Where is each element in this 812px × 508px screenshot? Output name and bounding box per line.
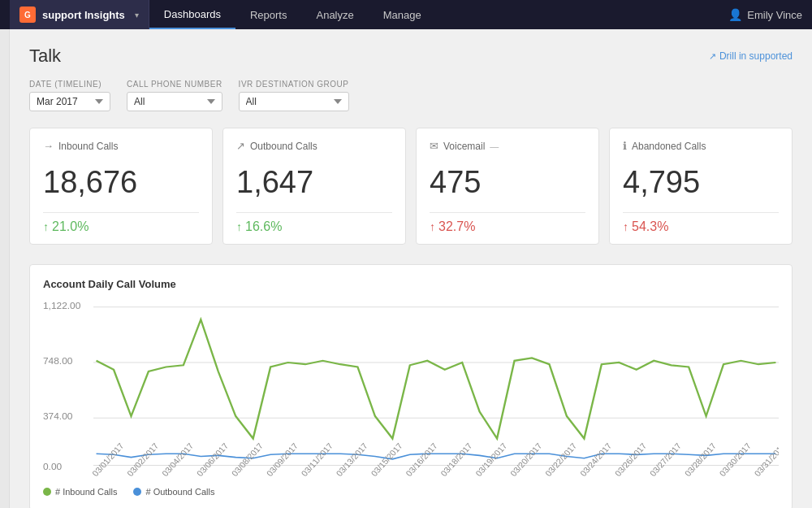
- outbound-calls-value: 1,647: [236, 158, 392, 206]
- kpi-cards: → Inbound Calls 18,676 ↑ 21.0% ↗ Outboun…: [29, 128, 793, 245]
- kpi-card-outbound: ↗ Outbound Calls 1,647 ↑ 16.6%: [222, 128, 406, 245]
- ivr-filter-label: IVR DESTINATION GROUP: [239, 80, 349, 89]
- kpi-header-outbound: ↗ Outbound Calls: [236, 140, 392, 152]
- nav-item-reports[interactable]: Reports: [235, 0, 302, 29]
- x-label-7: 03/11/2017: [300, 441, 335, 478]
- x-label-19: 03/30/2017: [718, 441, 753, 478]
- nav-item-analyze[interactable]: Analyze: [301, 0, 368, 29]
- inbound-calls-icon: →: [43, 140, 54, 152]
- x-label-2: 03/02/2017: [125, 441, 160, 478]
- voicemail-change: ↑ 32.7%: [430, 212, 585, 234]
- x-label-11: 03/18/2017: [439, 441, 474, 478]
- brand-logo: G: [19, 7, 36, 23]
- chart-area: 1,122.00 748.00 374.00 0.00 03/01/2017: [43, 300, 779, 479]
- brand-area[interactable]: G support Insights ▾: [10, 0, 149, 29]
- voicemail-arrow-icon: ↑: [430, 220, 435, 233]
- date-filter-select[interactable]: Mar 2017: [29, 92, 110, 111]
- legend-inbound-label: # Inbound Calls: [55, 487, 117, 497]
- drill-in-link[interactable]: ↗ Drill in supported: [709, 50, 793, 62]
- date-filter-group: DATE (TIMELINE) Mar 2017: [29, 80, 110, 111]
- voicemail-tooltip-icon: —: [490, 141, 499, 151]
- ivr-filter-select[interactable]: All: [239, 92, 349, 111]
- voicemail-icon: ✉: [430, 140, 438, 152]
- legend-outbound-dot: [133, 488, 141, 496]
- phone-filter-label: CALL PHONE NUMBER: [127, 80, 222, 89]
- x-label-16: 03/26/2017: [613, 441, 648, 478]
- y-label-0: 0.00: [43, 462, 62, 471]
- x-label-1: 03/01/2017: [90, 441, 125, 478]
- inbound-arrow-icon: ↑: [43, 220, 49, 233]
- x-label-17: 03/27/2017: [648, 441, 683, 478]
- abandoned-calls-icon: ℹ: [623, 140, 627, 152]
- abandoned-arrow-icon: ↑: [623, 220, 628, 233]
- inbound-calls-value: 18,676: [43, 158, 199, 206]
- outbound-calls-change: ↑ 16.6%: [236, 212, 392, 234]
- x-label-10: 03/16/2017: [404, 441, 439, 478]
- voicemail-label: Voicemail: [443, 141, 485, 152]
- inbound-calls-change: ↑ 21.0%: [43, 212, 199, 234]
- chart-svg: 1,122.00 748.00 374.00 0.00 03/01/2017: [43, 300, 779, 479]
- x-label-8: 03/13/2017: [335, 441, 369, 478]
- inbound-calls-label: Inbound Calls: [58, 141, 118, 152]
- abandoned-calls-change: ↑ 54.3%: [623, 212, 779, 234]
- chart-section: Account Daily Call Volume 1,122.00 748.0…: [29, 264, 793, 508]
- x-label-15: 03/24/2017: [578, 441, 613, 478]
- brand-caret-icon: ▾: [135, 11, 139, 20]
- inbound-line: [97, 319, 776, 438]
- x-label-20: 03/31/2017: [753, 441, 779, 478]
- page-header: Talk ↗ Drill in supported: [29, 46, 793, 67]
- brand-name: support Insights: [42, 9, 125, 21]
- filters-bar: DATE (TIMELINE) Mar 2017 CALL PHONE NUMB…: [29, 80, 793, 111]
- chart-legend: # Inbound Calls # Outbound Calls: [43, 487, 779, 497]
- x-label-9: 03/15/2017: [369, 441, 404, 478]
- legend-outbound: # Outbound Calls: [133, 487, 214, 497]
- kpi-header-inbound: → Inbound Calls: [43, 140, 199, 152]
- x-label-3: 03/04/2017: [160, 441, 195, 478]
- kpi-card-voicemail: ✉ Voicemail — 475 ↑ 32.7%: [416, 128, 599, 245]
- outbound-calls-icon: ↗: [236, 140, 245, 152]
- main-content: Talk ↗ Drill in supported DATE (TIMELINE…: [10, 29, 812, 508]
- kpi-card-inbound: → Inbound Calls 18,676 ↑ 21.0%: [29, 128, 213, 245]
- nav-items: Dashboards Reports Analyze Manage: [149, 0, 436, 29]
- y-label-max: 1,122.00: [43, 301, 80, 310]
- phone-filter-group: CALL PHONE NUMBER All: [127, 80, 222, 111]
- external-link-icon: ↗: [709, 51, 716, 62]
- top-navigation: G support Insights ▾ Dashboards Reports …: [0, 0, 812, 29]
- ivr-filter-group: IVR DESTINATION GROUP All: [239, 80, 349, 111]
- x-label-14: 03/22/2017: [543, 441, 578, 478]
- voicemail-value: 475: [430, 158, 585, 206]
- x-label-4: 03/06/2017: [195, 441, 230, 478]
- phone-filter-select[interactable]: All: [127, 92, 222, 111]
- legend-outbound-label: # Outbound Calls: [145, 487, 214, 497]
- x-label-18: 03/28/2017: [683, 441, 718, 478]
- x-label-12: 03/19/2017: [473, 441, 508, 478]
- x-label-5: 03/08/2017: [230, 441, 265, 478]
- legend-inbound: # Inbound Calls: [43, 487, 117, 497]
- nav-item-manage[interactable]: Manage: [369, 0, 436, 29]
- kpi-header-voicemail: ✉ Voicemail —: [430, 140, 585, 152]
- legend-inbound-dot: [43, 488, 51, 496]
- date-filter-label: DATE (TIMELINE): [29, 80, 110, 89]
- chart-title: Account Daily Call Volume: [43, 278, 779, 290]
- outbound-arrow-icon: ↑: [236, 220, 242, 233]
- kpi-card-abandoned: ℹ Abandoned Calls 4,795 ↑ 54.3%: [609, 128, 793, 245]
- x-label-13: 03/20/2017: [508, 441, 543, 478]
- y-label-748: 748.00: [43, 357, 72, 367]
- kpi-header-abandoned: ℹ Abandoned Calls: [623, 140, 779, 152]
- nav-item-dashboards[interactable]: Dashboards: [149, 0, 235, 29]
- page-title: Talk: [29, 46, 61, 67]
- sidebar: [0, 29, 10, 508]
- abandoned-calls-label: Abandoned Calls: [632, 141, 706, 152]
- user-icon: 👤: [728, 8, 742, 21]
- outbound-calls-label: Outbound Calls: [250, 141, 317, 152]
- y-label-374: 374.00: [43, 412, 72, 422]
- user-name: Emily Vince: [747, 9, 802, 21]
- user-area[interactable]: 👤 Emily Vince: [728, 8, 802, 21]
- x-label-6: 03/09/2017: [265, 441, 300, 478]
- abandoned-calls-value: 4,795: [623, 158, 779, 206]
